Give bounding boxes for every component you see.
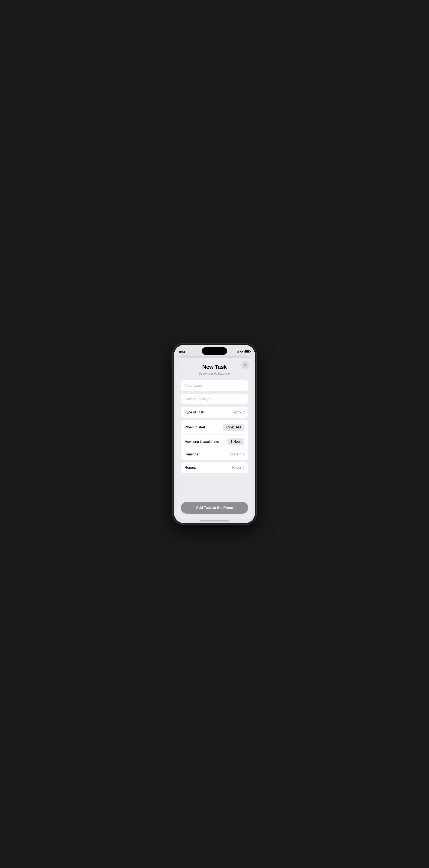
reminder-value: System xyxy=(230,453,241,456)
modal-title: New Task xyxy=(181,364,248,370)
home-indicator xyxy=(200,520,229,522)
title-section: New Task December 9, Saturday xyxy=(181,362,248,375)
reminder-row[interactable]: Reminder System ▲ ▼ xyxy=(181,449,248,460)
add-task-button[interactable]: Add Task to the Preee xyxy=(181,502,248,514)
modal-sheet: × New Task December 9, Saturday Type of … xyxy=(177,358,252,519)
how-long-row[interactable]: How long it would take 1 Hour xyxy=(181,435,248,449)
reminder-value-group: System ▲ ▼ xyxy=(230,453,244,456)
how-long-badge[interactable]: 1 Hour xyxy=(227,438,244,445)
reminder-chevron-icon: ▲ ▼ xyxy=(243,453,244,456)
close-button[interactable]: × xyxy=(241,361,249,369)
task-name-input[interactable] xyxy=(181,380,248,391)
type-of-task-value-group: Work ▲ ▼ xyxy=(234,410,244,414)
repeat-value-group: Never ▲ ▼ xyxy=(232,466,244,470)
when-to-start-badge[interactable]: 09:41 AM xyxy=(223,424,244,431)
battery-icon xyxy=(245,350,250,353)
wifi-icon xyxy=(240,350,243,353)
schedule-card: When to start 09:41 AM How long it would… xyxy=(181,420,248,460)
type-of-task-label: Type of Task xyxy=(185,410,204,414)
repeat-value: Never xyxy=(232,466,241,470)
repeat-label: Repeat xyxy=(185,466,196,470)
repeat-selector[interactable]: Repeat Never ▲ ▼ xyxy=(181,462,248,473)
signal-icon xyxy=(235,350,239,353)
how-long-label: How long it would take xyxy=(185,440,219,444)
note-input[interactable] xyxy=(181,394,248,404)
phone-screen: 9:41 × xyxy=(174,345,255,523)
modal-subtitle: December 9, Saturday xyxy=(181,372,248,375)
dynamic-island xyxy=(202,347,227,355)
form-fields: Type of Task Work ▲ ▼ When to start 09 xyxy=(181,380,248,514)
type-of-task-chevron-icon: ▲ ▼ xyxy=(243,411,244,414)
reminder-label: Reminder xyxy=(185,453,200,456)
phone-frame: 9:41 × xyxy=(173,343,256,525)
repeat-chevron-icon: ▲ ▼ xyxy=(243,466,244,470)
when-to-start-row[interactable]: When to start 09:41 AM xyxy=(181,420,248,435)
status-icons xyxy=(235,350,250,353)
status-time: 9:41 xyxy=(179,350,185,353)
type-of-task-value: Work xyxy=(234,410,241,414)
spacer xyxy=(181,475,248,496)
type-of-task-selector[interactable]: Type of Task Work ▲ ▼ xyxy=(181,407,248,418)
close-icon: × xyxy=(244,363,246,367)
when-to-start-label: When to start xyxy=(185,426,205,429)
